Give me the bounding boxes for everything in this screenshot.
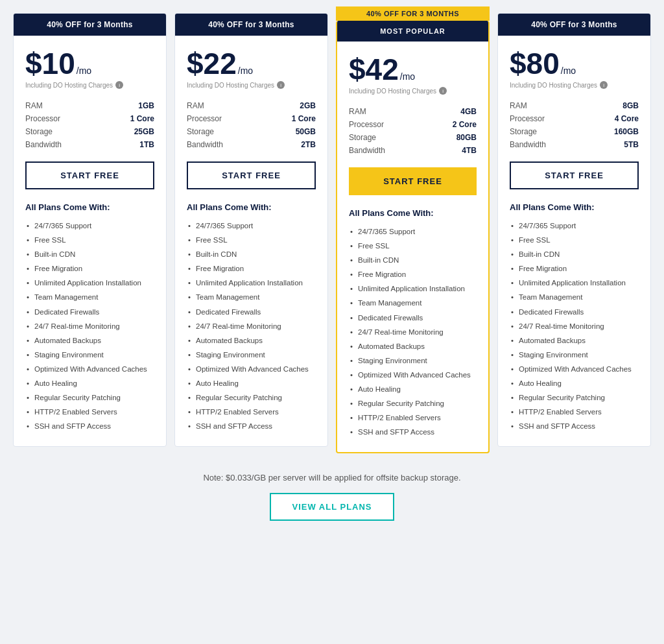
spec-label: Processor [187, 114, 222, 123]
spec-value: 2 Core [453, 120, 477, 129]
spec-row-4-1: Processor 4 Core [510, 112, 639, 125]
features-list-3: 24/7/365 SupportFree SSLBuilt-in CDNFree… [349, 224, 477, 439]
price-note-2: Including DO Hosting Charges i [187, 81, 316, 89]
cta-button-3[interactable]: START FREE [349, 167, 477, 195]
cta-button-2[interactable]: START FREE [187, 161, 316, 189]
spec-row-2-0: RAM 2GB [187, 99, 316, 112]
feature-item: 24/7 Real-time Monitoring [349, 325, 477, 339]
feature-item: 24/7 Real-time Monitoring [187, 319, 316, 333]
spec-value: 1 Core [292, 114, 316, 123]
feature-item: Optimized With Advanced Caches [187, 362, 316, 376]
spec-row-4-0: RAM 8GB [510, 99, 639, 112]
info-icon-1[interactable]: i [115, 81, 123, 89]
plan-header-1: 40% OFF for 3 Months [14, 14, 166, 36]
spec-row-1-2: Storage 25GB [25, 125, 154, 138]
plan-card-1: 40% OFF for 3 Months $10 /mo Including D… [13, 13, 167, 447]
feature-item: Regular Security Patching [510, 390, 639, 405]
price-amount-1: $10 [25, 49, 75, 78]
spec-label: Storage [349, 133, 376, 142]
spec-label: Storage [187, 127, 214, 136]
feature-item: 24/7/365 Support [25, 219, 154, 233]
specs-table-4: RAM 8GB Processor 4 Core Storage 160GB B… [510, 99, 639, 151]
feature-item: 24/7 Real-time Monitoring [25, 319, 154, 333]
feature-item: Unlimited Application Installation [349, 281, 477, 296]
spec-value: 50GB [296, 127, 316, 136]
spec-label: RAM [349, 107, 366, 116]
price-amount-4: $80 [510, 49, 560, 78]
info-icon-2[interactable]: i [277, 81, 285, 89]
spec-row-2-2: Storage 50GB [187, 125, 316, 138]
feature-item: SSH and SFTP Access [349, 425, 477, 439]
feature-item: Built-in CDN [349, 253, 477, 267]
feature-item: Free Migration [349, 267, 477, 281]
feature-item: Team Management [187, 290, 316, 304]
spec-row-1-3: Bandwidth 1TB [25, 138, 154, 151]
price-note-4: Including DO Hosting Charges i [510, 81, 639, 89]
feature-item: SSH and SFTP Access [187, 419, 316, 433]
feature-item: Free Migration [187, 261, 316, 276]
feature-item: Dedicated Firewalls [510, 305, 639, 319]
spec-row-4-3: Bandwidth 5TB [510, 138, 639, 151]
feature-item: Free SSL [187, 233, 316, 247]
spec-value: 2GB [300, 101, 316, 110]
price-per-3: /mo [400, 71, 415, 82]
spec-label: RAM [25, 101, 43, 110]
price-per-2: /mo [238, 66, 253, 76]
feature-item: Auto Healing [510, 376, 639, 390]
price-amount-3: $42 [349, 54, 399, 84]
feature-item: Auto Healing [187, 376, 316, 390]
feature-item: Auto Healing [349, 382, 477, 396]
feature-item: HTTP/2 Enabled Servers [25, 405, 154, 419]
footer-note: Note: $0.033/GB per server will be appli… [13, 473, 651, 483]
feature-item: Unlimited Application Installation [510, 276, 639, 290]
feature-item: Built-in CDN [187, 247, 316, 261]
spec-value: 4GB [460, 107, 477, 116]
feature-item: Automated Backups [187, 333, 316, 348]
spec-value: 160GB [614, 127, 639, 136]
features-list-4: 24/7/365 SupportFree SSLBuilt-in CDNFree… [510, 219, 639, 433]
features-title-4: All Plans Come With: [510, 202, 639, 212]
plans-container: 40% OFF for 3 Months $10 /mo Including D… [13, 13, 651, 453]
popular-badge: 40% OFF for 3 Months [336, 6, 490, 21]
spec-row-1-1: Processor 1 Core [25, 112, 154, 125]
feature-item: Regular Security Patching [187, 390, 316, 405]
spec-label: Processor [510, 114, 545, 123]
feature-item: Staging Environment [25, 348, 154, 362]
price-per-4: /mo [561, 66, 576, 76]
cta-button-1[interactable]: START FREE [25, 161, 154, 189]
view-all-button[interactable]: VIEW ALL PLANS [270, 493, 394, 521]
info-icon-3[interactable]: i [439, 87, 447, 95]
feature-item: Unlimited Application Installation [187, 276, 316, 290]
features-title-3: All Plans Come With: [349, 208, 477, 218]
feature-item: Automated Backups [510, 333, 639, 348]
cta-button-4[interactable]: START FREE [510, 161, 639, 189]
feature-item: 24/7/365 Support [187, 219, 316, 233]
feature-item: Team Management [349, 296, 477, 310]
spec-row-3-1: Processor 2 Core [349, 118, 477, 131]
price-note-3: Including DO Hosting Charges i [349, 87, 477, 95]
price-row-4: $80 /mo [510, 49, 639, 78]
feature-item: Free SSL [25, 233, 154, 247]
spec-label: Processor [25, 114, 60, 123]
feature-item: Built-in CDN [25, 247, 154, 261]
spec-label: RAM [510, 101, 527, 110]
features-list-1: 24/7/365 SupportFree SSLBuilt-in CDNFree… [25, 219, 154, 433]
spec-value: 1 Core [130, 114, 154, 123]
feature-item: Regular Security Patching [25, 390, 154, 405]
feature-item: Automated Backups [349, 339, 477, 353]
feature-item: Dedicated Firewalls [187, 305, 316, 319]
info-icon-4[interactable]: i [600, 81, 608, 89]
feature-item: Automated Backups [25, 333, 154, 348]
features-title-2: All Plans Come With: [187, 202, 316, 212]
spec-label: Bandwidth [187, 140, 223, 149]
plan-card-2: 40% OFF for 3 Months $22 /mo Including D… [174, 13, 328, 447]
spec-row-2-1: Processor 1 Core [187, 112, 316, 125]
feature-item: Free SSL [349, 239, 477, 253]
price-amount-2: $22 [187, 49, 237, 78]
spec-label: Bandwidth [349, 146, 385, 155]
spec-label: Processor [349, 120, 384, 129]
feature-item: Staging Environment [510, 348, 639, 362]
plan-card-4: 40% OFF for 3 Months $80 /mo Including D… [497, 13, 651, 447]
plan-wrapper-4: 40% OFF for 3 Months $80 /mo Including D… [497, 13, 651, 447]
spec-value: 80GB [456, 133, 477, 142]
